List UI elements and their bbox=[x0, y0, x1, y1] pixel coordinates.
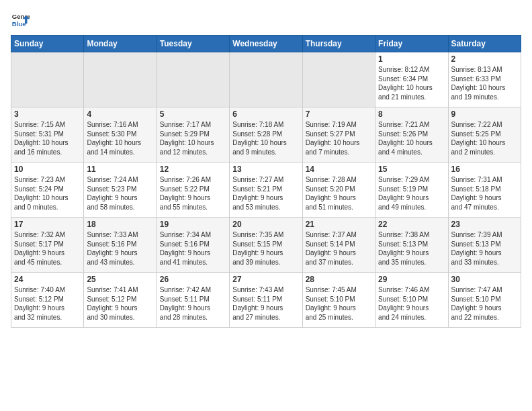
day-info: Sunrise: 7:31 AM Sunset: 5:18 PM Dayligh… bbox=[451, 175, 518, 212]
calendar-cell: 6Sunrise: 7:18 AM Sunset: 5:28 PM Daylig… bbox=[230, 107, 302, 163]
logo-icon: General Blue bbox=[11, 11, 30, 30]
day-info: Sunrise: 7:29 AM Sunset: 5:19 PM Dayligh… bbox=[378, 175, 445, 212]
calendar-cell: 27Sunrise: 7:43 AM Sunset: 5:11 PM Dayli… bbox=[230, 273, 302, 328]
weekday-header: Wednesday bbox=[230, 36, 302, 52]
day-number: 15 bbox=[378, 165, 445, 174]
weekday-header: Saturday bbox=[448, 36, 521, 52]
calendar-cell: 29Sunrise: 7:46 AM Sunset: 5:10 PM Dayli… bbox=[375, 273, 448, 328]
calendar-cell: 5Sunrise: 7:17 AM Sunset: 5:29 PM Daylig… bbox=[157, 107, 229, 163]
day-number: 18 bbox=[87, 220, 153, 229]
weekday-header: Monday bbox=[84, 36, 157, 52]
day-info: Sunrise: 7:34 AM Sunset: 5:16 PM Dayligh… bbox=[160, 230, 226, 267]
day-number: 20 bbox=[232, 220, 299, 229]
day-info: Sunrise: 7:26 AM Sunset: 5:22 PM Dayligh… bbox=[160, 175, 226, 212]
calendar-body: 1Sunrise: 8:12 AM Sunset: 6:34 PM Daylig… bbox=[11, 52, 521, 328]
day-number: 13 bbox=[232, 165, 299, 174]
calendar-cell: 28Sunrise: 7:45 AM Sunset: 5:10 PM Dayli… bbox=[302, 273, 375, 328]
day-number: 5 bbox=[160, 109, 226, 119]
day-number: 1 bbox=[378, 54, 445, 64]
day-number: 4 bbox=[87, 109, 153, 119]
calendar-cell: 11Sunrise: 7:24 AM Sunset: 5:23 PM Dayli… bbox=[84, 163, 157, 218]
weekday-header: Tuesday bbox=[157, 36, 229, 52]
day-info: Sunrise: 7:41 AM Sunset: 5:12 PM Dayligh… bbox=[87, 285, 153, 322]
calendar-cell: 18Sunrise: 7:33 AM Sunset: 5:16 PM Dayli… bbox=[84, 218, 157, 273]
calendar-cell bbox=[11, 52, 84, 107]
day-info: Sunrise: 7:33 AM Sunset: 5:16 PM Dayligh… bbox=[87, 230, 153, 267]
calendar-cell: 15Sunrise: 7:29 AM Sunset: 5:19 PM Dayli… bbox=[375, 163, 448, 218]
day-info: Sunrise: 7:27 AM Sunset: 5:21 PM Dayligh… bbox=[232, 175, 299, 212]
calendar-cell bbox=[157, 52, 229, 107]
day-number: 19 bbox=[160, 220, 226, 229]
day-number: 23 bbox=[451, 220, 518, 229]
calendar-cell: 21Sunrise: 7:37 AM Sunset: 5:14 PM Dayli… bbox=[302, 218, 375, 273]
day-info: Sunrise: 7:46 AM Sunset: 5:10 PM Dayligh… bbox=[378, 285, 445, 322]
day-number: 26 bbox=[160, 275, 226, 284]
calendar-cell: 17Sunrise: 7:32 AM Sunset: 5:17 PM Dayli… bbox=[11, 218, 84, 273]
day-info: Sunrise: 8:12 AM Sunset: 6:34 PM Dayligh… bbox=[378, 65, 445, 101]
calendar-cell: 8Sunrise: 7:21 AM Sunset: 5:26 PM Daylig… bbox=[375, 107, 448, 163]
calendar-cell: 14Sunrise: 7:28 AM Sunset: 5:20 PM Dayli… bbox=[302, 163, 375, 218]
calendar-week-row: 1Sunrise: 8:12 AM Sunset: 6:34 PM Daylig… bbox=[11, 52, 521, 107]
header: General Blue bbox=[11, 11, 521, 30]
day-number: 8 bbox=[378, 109, 445, 119]
day-info: Sunrise: 7:40 AM Sunset: 5:12 PM Dayligh… bbox=[14, 285, 81, 322]
day-info: Sunrise: 7:23 AM Sunset: 5:24 PM Dayligh… bbox=[14, 175, 81, 212]
calendar-cell: 2Sunrise: 8:13 AM Sunset: 6:33 PM Daylig… bbox=[448, 52, 521, 107]
calendar-cell: 19Sunrise: 7:34 AM Sunset: 5:16 PM Dayli… bbox=[157, 218, 229, 273]
day-info: Sunrise: 7:18 AM Sunset: 5:28 PM Dayligh… bbox=[232, 120, 299, 156]
day-info: Sunrise: 7:39 AM Sunset: 5:13 PM Dayligh… bbox=[451, 230, 518, 267]
day-number: 11 bbox=[87, 165, 153, 174]
calendar-table: SundayMondayTuesdayWednesdayThursdayFrid… bbox=[11, 35, 521, 328]
calendar-cell: 1Sunrise: 8:12 AM Sunset: 6:34 PM Daylig… bbox=[375, 52, 448, 107]
day-number: 29 bbox=[378, 275, 445, 284]
weekday-header: Friday bbox=[375, 36, 448, 52]
day-number: 22 bbox=[378, 220, 445, 229]
calendar-cell: 10Sunrise: 7:23 AM Sunset: 5:24 PM Dayli… bbox=[11, 163, 84, 218]
day-info: Sunrise: 7:15 AM Sunset: 5:31 PM Dayligh… bbox=[14, 120, 81, 156]
weekday-header: Sunday bbox=[11, 36, 84, 52]
calendar-cell: 13Sunrise: 7:27 AM Sunset: 5:21 PM Dayli… bbox=[230, 163, 302, 218]
calendar-week-row: 17Sunrise: 7:32 AM Sunset: 5:17 PM Dayli… bbox=[11, 218, 521, 273]
day-info: Sunrise: 7:45 AM Sunset: 5:10 PM Dayligh… bbox=[306, 285, 372, 322]
weekday-header: Thursday bbox=[302, 36, 375, 52]
day-number: 2 bbox=[451, 54, 518, 64]
day-number: 16 bbox=[451, 165, 518, 174]
calendar-cell: 26Sunrise: 7:42 AM Sunset: 5:11 PM Dayli… bbox=[157, 273, 229, 328]
calendar-cell bbox=[84, 52, 157, 107]
day-info: Sunrise: 7:22 AM Sunset: 5:25 PM Dayligh… bbox=[451, 120, 518, 156]
day-info: Sunrise: 7:37 AM Sunset: 5:14 PM Dayligh… bbox=[306, 230, 372, 267]
svg-text:Blue: Blue bbox=[12, 20, 26, 28]
day-number: 10 bbox=[14, 165, 81, 174]
day-info: Sunrise: 7:38 AM Sunset: 5:13 PM Dayligh… bbox=[378, 230, 445, 267]
day-number: 25 bbox=[87, 275, 153, 284]
calendar-cell: 12Sunrise: 7:26 AM Sunset: 5:22 PM Dayli… bbox=[157, 163, 229, 218]
day-number: 28 bbox=[306, 275, 372, 284]
day-info: Sunrise: 7:43 AM Sunset: 5:11 PM Dayligh… bbox=[232, 285, 299, 322]
day-number: 6 bbox=[232, 109, 299, 119]
calendar-cell: 3Sunrise: 7:15 AM Sunset: 5:31 PM Daylig… bbox=[11, 107, 84, 163]
day-info: Sunrise: 7:47 AM Sunset: 5:10 PM Dayligh… bbox=[451, 285, 518, 322]
calendar-cell: 20Sunrise: 7:35 AM Sunset: 5:15 PM Dayli… bbox=[230, 218, 302, 273]
day-number: 24 bbox=[14, 275, 81, 284]
day-info: Sunrise: 7:42 AM Sunset: 5:11 PM Dayligh… bbox=[160, 285, 226, 322]
calendar-cell: 24Sunrise: 7:40 AM Sunset: 5:12 PM Dayli… bbox=[11, 273, 84, 328]
day-info: Sunrise: 7:19 AM Sunset: 5:27 PM Dayligh… bbox=[306, 120, 372, 156]
day-info: Sunrise: 7:17 AM Sunset: 5:29 PM Dayligh… bbox=[160, 120, 226, 156]
calendar-cell: 7Sunrise: 7:19 AM Sunset: 5:27 PM Daylig… bbox=[302, 107, 375, 163]
day-info: Sunrise: 7:35 AM Sunset: 5:15 PM Dayligh… bbox=[232, 230, 299, 267]
day-number: 27 bbox=[232, 275, 299, 284]
calendar-cell bbox=[302, 52, 375, 107]
calendar-cell bbox=[230, 52, 302, 107]
calendar-week-row: 24Sunrise: 7:40 AM Sunset: 5:12 PM Dayli… bbox=[11, 273, 521, 328]
day-number: 3 bbox=[14, 109, 81, 119]
day-number: 17 bbox=[14, 220, 81, 229]
day-number: 7 bbox=[306, 109, 372, 119]
day-number: 9 bbox=[451, 109, 518, 119]
calendar-cell: 4Sunrise: 7:16 AM Sunset: 5:30 PM Daylig… bbox=[84, 107, 157, 163]
calendar-week-row: 10Sunrise: 7:23 AM Sunset: 5:24 PM Dayli… bbox=[11, 163, 521, 218]
day-info: Sunrise: 7:24 AM Sunset: 5:23 PM Dayligh… bbox=[87, 175, 153, 212]
day-number: 14 bbox=[306, 165, 372, 174]
day-info: Sunrise: 7:16 AM Sunset: 5:30 PM Dayligh… bbox=[87, 120, 153, 156]
day-number: 12 bbox=[160, 165, 226, 174]
calendar-cell: 16Sunrise: 7:31 AM Sunset: 5:18 PM Dayli… bbox=[448, 163, 521, 218]
